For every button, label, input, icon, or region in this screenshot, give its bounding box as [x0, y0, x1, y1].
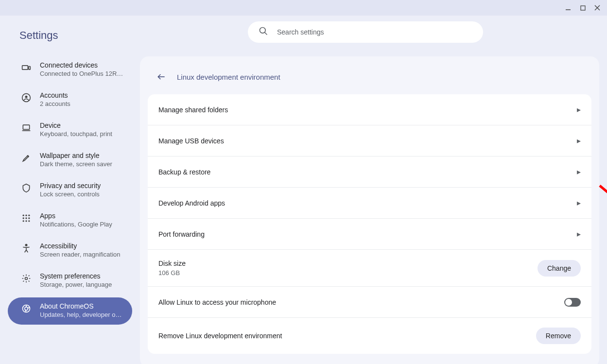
svg-point-23 [260, 28, 266, 34]
nav-title: Accessibility [40, 242, 120, 250]
nav-title: Privacy and security [40, 182, 101, 190]
page-title: Linux development environment [177, 73, 280, 81]
svg-point-17 [25, 220, 27, 222]
sidebar-item-privacy[interactable]: Privacy and security Lock screen, contro… [8, 177, 132, 204]
row-label: Backup & restore [158, 168, 210, 176]
svg-line-24 [265, 33, 267, 35]
close-button[interactable] [593, 4, 601, 12]
microphone-toggle[interactable] [564, 298, 581, 307]
svg-point-12 [28, 215, 30, 216]
chevron-right-icon: ▸ [577, 167, 581, 176]
row-label: Remove Linux development environment [158, 332, 282, 340]
app-title: Settings [0, 25, 140, 53]
nav-subtitle: Screen reader, magnification [40, 251, 120, 258]
svg-rect-4 [22, 66, 28, 69]
sidebar-item-accounts[interactable]: Accounts 2 accounts [8, 87, 132, 114]
row-port-forwarding[interactable]: Port forwarding ▸ [148, 219, 591, 250]
svg-point-7 [25, 96, 28, 98]
row-backup-restore[interactable]: Backup & restore ▸ [148, 156, 591, 188]
chevron-right-icon: ▸ [577, 229, 581, 239]
sidebar-item-connected-devices[interactable]: Connected devices Connected to OnePlus 1… [8, 56, 132, 84]
settings-panel: Linux development environment Manage sha… [140, 56, 599, 364]
apps-icon [21, 213, 31, 223]
gear-icon [21, 274, 31, 283]
row-manage-shared-folders[interactable]: Manage shared folders ▸ [148, 94, 591, 125]
disk-size-value: 106 GB [158, 269, 186, 277]
sidebar-item-system[interactable]: System preferences Storage, power, langu… [8, 267, 132, 295]
row-label: Develop Android apps [158, 199, 225, 207]
svg-point-11 [25, 215, 27, 216]
search-input[interactable] [277, 28, 472, 36]
laptop-icon [21, 123, 31, 133]
row-allow-microphone: Allow Linux to access your microphone [148, 287, 591, 318]
svg-rect-8 [23, 125, 29, 129]
shield-icon [21, 183, 31, 193]
nav-subtitle: Dark theme, screen saver [40, 160, 112, 168]
row-label: Port forwarding [158, 230, 205, 238]
nav-title: About ChromeOS [40, 302, 124, 310]
settings-card: Manage shared folders ▸ Manage USB devic… [148, 94, 591, 354]
chevron-right-icon: ▸ [577, 136, 581, 145]
nav-subtitle: Updates, help, developer options [40, 311, 124, 318]
sidebar-item-device[interactable]: Device Keyboard, touchpad, print [8, 117, 132, 144]
maximize-button[interactable] [579, 4, 587, 12]
nav-title: Connected devices [40, 61, 124, 69]
svg-line-26 [600, 186, 607, 259]
sidebar-item-wallpaper[interactable]: Wallpaper and style Dark theme, screen s… [8, 147, 132, 174]
nav-subtitle: Storage, power, language [40, 281, 112, 288]
remove-button[interactable]: Remove [536, 328, 581, 344]
row-disk-size: Disk size 106 GB Change [148, 250, 591, 287]
nav-title: Device [40, 121, 112, 129]
nav-subtitle: Connected to OnePlus 12R Gens… [40, 70, 124, 77]
svg-rect-1 [581, 6, 585, 10]
brush-icon [21, 153, 31, 163]
account-icon [21, 93, 31, 103]
sidebar-item-about[interactable]: About ChromeOS Updates, help, developer … [8, 297, 132, 325]
nav-subtitle: Lock screen, controls [40, 191, 101, 198]
svg-point-18 [28, 220, 30, 222]
search-bar[interactable] [248, 21, 483, 43]
chevron-right-icon: ▸ [577, 105, 581, 114]
row-label: Allow Linux to access your microphone [158, 298, 276, 306]
back-button[interactable] [154, 69, 169, 85]
chevron-right-icon: ▸ [577, 198, 581, 208]
svg-point-16 [23, 220, 24, 222]
row-develop-android-apps[interactable]: Develop Android apps ▸ [148, 188, 591, 219]
sidebar-item-apps[interactable]: Apps Notifications, Google Play [8, 207, 132, 234]
nav-subtitle: Notifications, Google Play [40, 221, 112, 228]
chrome-icon [21, 304, 31, 313]
svg-point-14 [25, 217, 27, 219]
nav-title: Wallpaper and style [40, 152, 112, 159]
sidebar: Settings Connected devices Connected to … [0, 16, 140, 364]
svg-point-13 [23, 217, 24, 219]
minimize-button[interactable] [564, 4, 572, 12]
svg-point-15 [28, 217, 30, 219]
devices-icon [21, 63, 31, 72]
nav-subtitle: 2 accounts [40, 100, 70, 107]
nav-title: Apps [40, 212, 112, 220]
main-content: Linux development environment Manage sha… [140, 16, 607, 364]
change-button[interactable]: Change [538, 260, 581, 277]
nav-subtitle: Keyboard, touchpad, print [40, 130, 112, 138]
window-titlebar [0, 0, 607, 16]
row-manage-usb-devices[interactable]: Manage USB devices ▸ [148, 125, 591, 156]
accessibility-icon [21, 243, 31, 253]
sidebar-item-accessibility[interactable]: Accessibility Screen reader, magnificati… [8, 237, 132, 264]
row-remove-linux: Remove Linux development environment Rem… [148, 318, 591, 354]
row-label: Manage shared folders [158, 106, 228, 114]
svg-point-19 [25, 244, 27, 246]
row-label: Disk size [158, 260, 186, 267]
svg-point-20 [25, 277, 28, 280]
svg-point-10 [23, 215, 24, 216]
row-label: Manage USB devices [158, 137, 224, 145]
nav-title: System preferences [40, 272, 112, 280]
nav-title: Accounts [40, 91, 70, 99]
svg-rect-5 [29, 67, 30, 70]
search-icon [259, 26, 268, 38]
